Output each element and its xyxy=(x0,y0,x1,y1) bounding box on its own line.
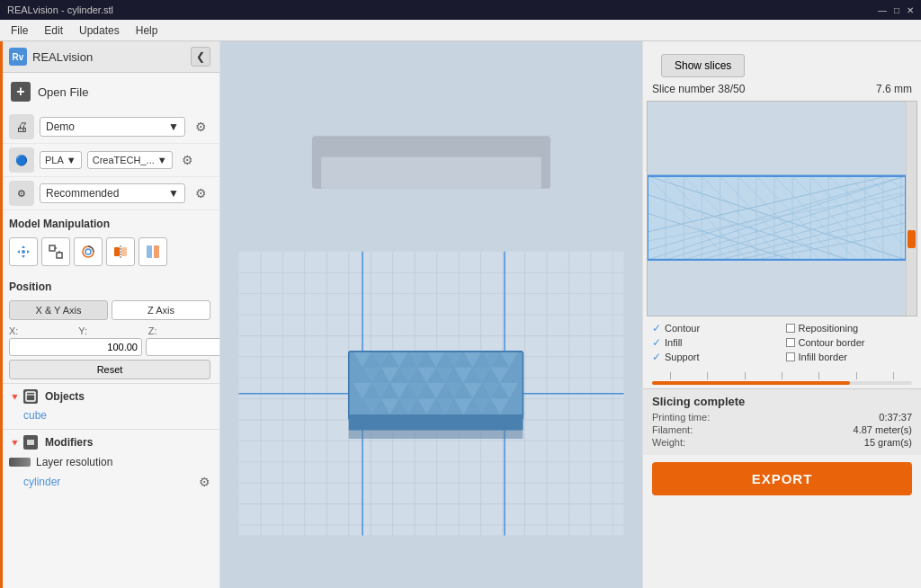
collapse-sidebar-button[interactable]: ❮ xyxy=(191,47,210,67)
model-manipulation-title: Model Manipulation xyxy=(0,210,219,234)
export-button[interactable]: EXPORT xyxy=(652,462,912,495)
cylinder-label[interactable]: cylinder xyxy=(23,476,60,488)
show-slices-button[interactable]: Show slices xyxy=(661,54,745,77)
material-brand-select[interactable]: CreaTECH_... ▼ xyxy=(87,151,173,169)
svg-rect-136 xyxy=(648,260,906,316)
cylinder-gear-button[interactable]: ⚙ xyxy=(199,475,210,489)
orange-accent-bar xyxy=(0,41,3,588)
menu-help[interactable]: Help xyxy=(129,22,165,39)
menu-edit[interactable]: Edit xyxy=(37,22,70,39)
sidebar-header: Rv REALvision ❮ xyxy=(0,41,219,73)
minimize-button[interactable]: — xyxy=(878,5,887,15)
right-panel: Show slices Slice number 38/50 7.6 mm xyxy=(642,41,921,588)
main-layout: Rv REALvision ❮ + Open File 🖨 Demo ▼ ⚙ xyxy=(0,41,921,588)
menubar: File Edit Updates Help xyxy=(0,20,921,41)
manip-rotate-button[interactable] xyxy=(74,237,103,266)
viewport[interactable] xyxy=(220,41,642,588)
z-axis-tab[interactable]: Z Axis xyxy=(112,300,210,320)
progress-area xyxy=(643,369,921,388)
position-section: X & Y Axis Z Axis X: Y: Z: Reset xyxy=(0,297,219,383)
objects-collapse-icon[interactable]: 🔻 xyxy=(9,392,20,402)
slice-preview[interactable] xyxy=(647,101,917,316)
material-type-select[interactable]: PLA ▼ xyxy=(40,151,82,169)
slicing-complete-title: Slicing complete xyxy=(652,395,912,408)
export-area: EXPORT xyxy=(643,455,921,503)
svg-point-0 xyxy=(22,250,25,254)
quality-select[interactable]: Recommended ▼ xyxy=(40,183,185,203)
slice-scrollbar[interactable] xyxy=(906,102,917,316)
viewport-scene xyxy=(220,41,642,588)
legend-area: ✓ Contour Repositioning ✓ Infill Contour… xyxy=(643,316,921,369)
filament-value: 4.87 meter(s) xyxy=(854,424,912,435)
manip-mirror-button[interactable] xyxy=(106,237,135,266)
svg-rect-2 xyxy=(57,253,62,258)
legend-repositioning: Repositioning xyxy=(786,322,913,334)
filament-label: Filament: xyxy=(652,424,693,435)
legend-infill-border: Infill border xyxy=(786,351,913,363)
position-title: Position xyxy=(0,273,219,297)
xyz-inputs xyxy=(9,338,210,356)
svg-rect-7 xyxy=(114,247,120,256)
printer-select[interactable]: Demo ▼ xyxy=(40,117,185,137)
modifiers-title: Modifiers xyxy=(41,436,96,449)
cylinder-row: cylinder ⚙ xyxy=(9,471,210,489)
close-button[interactable]: ✕ xyxy=(907,5,914,15)
reset-button[interactable]: Reset xyxy=(9,360,210,379)
object-cube[interactable]: cube xyxy=(9,407,210,423)
x-input[interactable] xyxy=(9,338,142,356)
open-file-label: Open File xyxy=(38,85,88,99)
svg-rect-10 xyxy=(147,245,152,258)
logo-text: Rv xyxy=(13,52,24,62)
quality-gear-button[interactable]: ⚙ xyxy=(191,183,210,203)
app-title: REALvision - cylinder.stl xyxy=(7,4,113,15)
quality-config-row: ⚙ Recommended ▼ ⚙ xyxy=(0,177,219,210)
manip-view-button[interactable] xyxy=(139,237,167,266)
modifiers-section: 🔻 Modifiers Layer resolution cylinder ⚙ xyxy=(0,429,219,494)
objects-header: 🔻 Objects xyxy=(9,389,210,404)
material-gear-button[interactable]: ⚙ xyxy=(178,150,198,170)
legend-infill: ✓ Infill xyxy=(652,336,779,349)
xyz-labels: X: Y: Z: xyxy=(9,325,210,336)
menu-file[interactable]: File xyxy=(4,22,35,39)
quality-icon: ⚙ xyxy=(9,181,34,206)
position-tabs: X & Y Axis Z Axis xyxy=(9,300,210,320)
material-icon: 🔵 xyxy=(9,147,34,173)
menu-updates[interactable]: Updates xyxy=(72,22,127,39)
svg-rect-12 xyxy=(26,392,35,401)
modifiers-header: 🔻 Modifiers xyxy=(9,435,210,450)
svg-rect-1 xyxy=(49,245,55,251)
xy-axis-tab[interactable]: X & Y Axis xyxy=(9,300,108,320)
filament-row: Filament: 4.87 meter(s) xyxy=(652,424,912,435)
progress-bar-fill xyxy=(652,381,850,385)
svg-rect-8 xyxy=(121,247,127,256)
layer-resolution-icon xyxy=(9,458,31,467)
progress-bar[interactable] xyxy=(652,381,912,385)
legend-contour-border: Contour border xyxy=(786,336,913,349)
manip-scale-button[interactable] xyxy=(41,237,70,266)
svg-rect-92 xyxy=(648,102,906,176)
slicing-complete-section: Slicing complete Printing time: 0:37:37 … xyxy=(643,388,921,455)
modifiers-icon xyxy=(23,435,38,450)
svg-rect-11 xyxy=(154,245,159,258)
app-name: REALvision xyxy=(32,50,93,64)
window-controls: — □ ✕ xyxy=(878,5,914,15)
objects-icon xyxy=(23,389,38,404)
plus-icon: + xyxy=(11,82,31,102)
printing-time-label: Printing time: xyxy=(652,412,710,423)
manip-move-button[interactable] xyxy=(9,237,38,266)
open-file-row[interactable]: + Open File xyxy=(0,73,219,111)
sidebar-logo: Rv REALvision xyxy=(9,48,93,66)
weight-row: Weight: 15 gram(s) xyxy=(652,437,912,448)
printer-gear-button[interactable]: ⚙ xyxy=(191,117,210,137)
modifier-layer-resolution: Layer resolution xyxy=(9,453,210,471)
maximize-button[interactable]: □ xyxy=(894,5,899,15)
material-config-row: 🔵 PLA ▼ CreaTECH_... ▼ ⚙ xyxy=(0,144,219,177)
printing-time-value: 0:37:37 xyxy=(879,412,912,423)
y-input[interactable] xyxy=(146,338,220,356)
modifiers-collapse-icon[interactable]: 🔻 xyxy=(9,438,20,448)
weight-label: Weight: xyxy=(652,437,685,448)
svg-rect-18 xyxy=(321,157,541,189)
svg-rect-90 xyxy=(349,414,523,431)
printer-icon: 🖨 xyxy=(9,114,34,139)
objects-title: Objects xyxy=(41,390,88,403)
